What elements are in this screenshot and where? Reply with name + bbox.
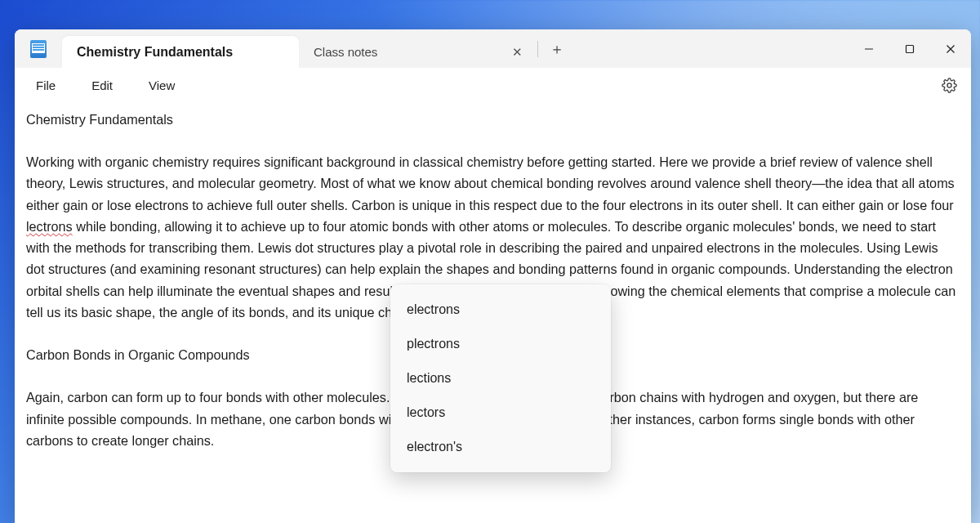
menu-view[interactable]: View [137, 74, 186, 97]
settings-button[interactable] [935, 72, 963, 100]
maximize-icon [905, 44, 915, 54]
tab-label: Chemistry Fundamentals [77, 45, 233, 60]
close-button[interactable] [930, 29, 971, 68]
tab-label: Class notes [314, 45, 377, 59]
spellcheck-suggestions-menu: electrons plectrons lections lectors ele… [390, 284, 611, 472]
new-tab-button[interactable]: ＋ [543, 36, 571, 62]
menubar: File Edit View [15, 68, 971, 104]
maximize-button[interactable] [889, 29, 930, 68]
plus-icon: ＋ [550, 39, 564, 59]
app-icon-area [15, 29, 62, 68]
minimize-icon [864, 44, 874, 54]
minimize-button[interactable] [849, 29, 889, 68]
window-controls [849, 29, 971, 68]
menu-file[interactable]: File [24, 74, 67, 97]
gear-icon [942, 78, 957, 93]
suggestion-item[interactable]: electrons [390, 293, 611, 327]
suggestion-item[interactable]: lectors [390, 396, 611, 430]
text-run: Working with organic chemistry requires … [26, 154, 955, 212]
notepad-window: Chemistry Fundamentals Class notes ✕ ＋ [15, 29, 971, 523]
doc-heading: Chemistry Fundamentals [26, 109, 960, 130]
close-icon [946, 44, 956, 54]
tab-chemistry-fundamentals[interactable]: Chemistry Fundamentals [62, 36, 299, 68]
misspelled-word[interactable]: lectrons [26, 219, 73, 234]
tab-class-notes[interactable]: Class notes ✕ [299, 36, 536, 68]
svg-point-4 [947, 83, 951, 87]
tab-strip: Chemistry Fundamentals Class notes ✕ ＋ [62, 29, 849, 68]
tab-separator [537, 41, 538, 57]
suggestion-item[interactable]: electron's [390, 430, 611, 464]
notepad-icon [30, 40, 47, 58]
suggestion-item[interactable]: plectrons [390, 327, 611, 361]
close-icon[interactable]: ✕ [510, 45, 524, 60]
titlebar: Chemistry Fundamentals Class notes ✕ ＋ [15, 29, 971, 68]
menu-edit[interactable]: Edit [80, 74, 124, 97]
suggestion-item[interactable]: lections [390, 361, 611, 396]
svg-rect-1 [906, 45, 914, 52]
